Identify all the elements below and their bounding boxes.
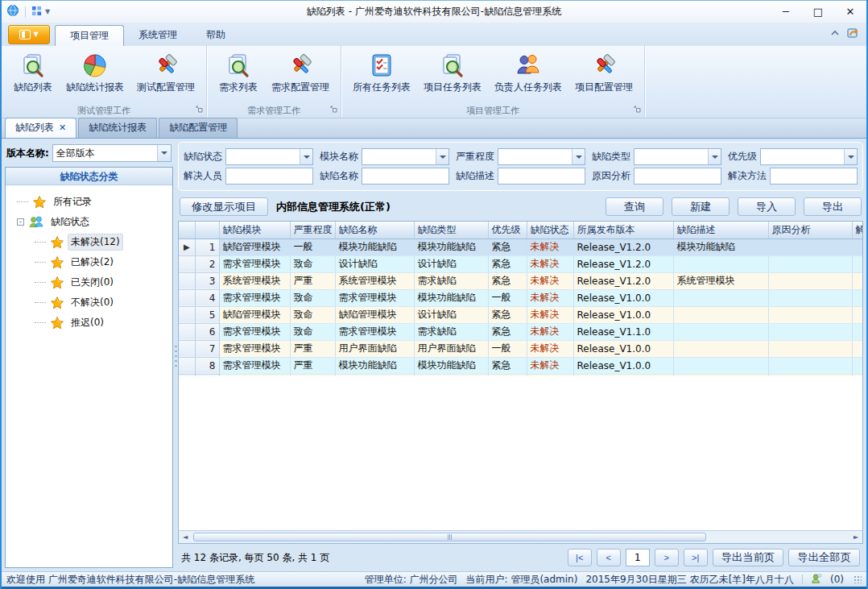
close-tab-icon[interactable]: ✕	[59, 122, 66, 133]
table-row[interactable]: 6需求管理模块致命需求管理模块需求缺陷紧急未解决Release_V1.1.0	[179, 323, 862, 340]
grid-cell[interactable]: 用户界面缺陷	[414, 340, 488, 357]
ribbon-button-pie-chart-0-1[interactable]: 缺陷统计报表	[60, 49, 130, 97]
grid-cell[interactable]: 设计缺陷	[335, 255, 414, 272]
page-number-input[interactable]	[626, 549, 650, 566]
grid-cell[interactable]: 模块功能缺陷	[414, 289, 488, 306]
grid-cell[interactable]: 严重	[290, 357, 335, 374]
grid-cell[interactable]	[852, 306, 862, 323]
ribbon-button-tools-1-1[interactable]: 需求配置管理	[265, 49, 336, 97]
ribbon-tab-0[interactable]: 项目管理	[55, 25, 124, 46]
grid-cell[interactable]: 设计缺陷	[414, 255, 488, 272]
grid-cell[interactable]: 用户界面缺陷	[335, 340, 414, 357]
grid-cell[interactable]: Release_V1.2.0	[573, 272, 673, 289]
grid-cell[interactable]: 需求缺陷	[414, 272, 488, 289]
import-button[interactable]: 导入	[738, 197, 796, 216]
grid-cell[interactable]	[852, 272, 862, 289]
table-row[interactable]: 8需求管理模块严重模块功能缺陷模块功能缺陷紧急未解决Release_V1.0.0	[179, 357, 862, 374]
grid-cell[interactable]: 模块功能缺陷	[335, 239, 414, 255]
filter-text-input[interactable]	[362, 149, 436, 164]
scroll-left-icon[interactable]: ◄	[179, 531, 192, 543]
grid-column-header-5[interactable]: 缺陷状态	[527, 222, 573, 239]
grid-cell[interactable]	[768, 239, 852, 255]
grid-cell[interactable]: Release_V1.1.0	[573, 323, 673, 340]
version-select-arrow[interactable]	[157, 145, 171, 161]
filter-text-input[interactable]	[771, 168, 857, 184]
grid-cell[interactable]: 未解决	[527, 323, 573, 340]
grid-cell[interactable]: Release_V1.0.0	[573, 289, 673, 306]
maximize-button[interactable]: □	[802, 1, 834, 23]
grid-cell[interactable]: 缺陷管理模块	[219, 239, 290, 255]
grid-cell[interactable]: 缺陷管理模块	[335, 306, 414, 323]
grid-cell[interactable]: 需求管理模块	[335, 289, 414, 306]
grid-cell[interactable]	[673, 289, 768, 306]
splitter-handle[interactable]	[175, 344, 177, 367]
ribbon-button-search-doc-0-0[interactable]: 缺陷列表	[6, 49, 60, 97]
grid-cell[interactable]: Release_V1.0.0	[573, 357, 673, 374]
filter-combo[interactable]	[498, 148, 585, 165]
ribbon-button-tools-2-3[interactable]: 项目配置管理	[568, 49, 639, 97]
tree-expander-icon[interactable]: -	[17, 218, 24, 226]
grid-cell[interactable]	[673, 255, 768, 272]
tree-item-6[interactable]: 推迟(0)	[35, 313, 169, 333]
grid-cell[interactable]	[852, 289, 862, 306]
ribbon-collapse-icon[interactable]	[830, 28, 840, 40]
grid-column-header-4[interactable]: 优先级	[488, 222, 527, 239]
filter-text-input[interactable]	[362, 168, 448, 184]
prev-page-button[interactable]: <	[597, 549, 621, 566]
table-row[interactable]: 3系统管理模块严重系统管理模块需求缺陷紧急未解决Release_V1.2.0系统…	[179, 272, 862, 289]
grid-column-header-0[interactable]: 缺陷模块	[219, 222, 290, 239]
table-row[interactable]: 5缺陷管理模块致命缺陷管理模块设计缺陷紧急未解决Release_V1.0.0	[179, 306, 862, 323]
grid-column-header-3[interactable]: 缺陷类型	[414, 222, 488, 239]
ribbon-tab-2[interactable]: 帮助	[192, 25, 240, 46]
ribbon-tab-1[interactable]: 系统管理	[124, 25, 192, 46]
grid-column-header-2[interactable]: 缺陷名称	[335, 222, 414, 239]
grid-cell[interactable]: 未解决	[527, 255, 573, 272]
grid-cell[interactable]: 需求管理模块	[219, 340, 290, 357]
grid-cell[interactable]: 未解决	[527, 239, 573, 255]
version-select[interactable]: 全部版本	[52, 144, 172, 162]
tree-item-0[interactable]: 所有记录	[17, 192, 169, 212]
document-tab-0[interactable]: 缺陷列表✕	[5, 118, 76, 138]
grid-cell[interactable]: 设计缺陷	[414, 306, 488, 323]
grid-cell[interactable]: 严重	[290, 340, 335, 357]
minimize-button[interactable]: ─	[770, 1, 802, 23]
grid-cell[interactable]: 需求管理模块	[219, 289, 290, 306]
grid-cell[interactable]	[673, 340, 768, 357]
document-tab-2[interactable]: 缺陷配置管理	[159, 118, 238, 138]
grid-cell[interactable]: 紧急	[488, 357, 527, 374]
filter-combo[interactable]	[634, 148, 721, 165]
horizontal-scrollbar[interactable]: ◄ ►	[179, 530, 862, 543]
grid-cell[interactable]: 需求管理模块	[219, 323, 290, 340]
quick-access-layout-icon[interactable]	[31, 6, 42, 19]
grid-cell[interactable]: 模块功能缺陷	[414, 239, 488, 255]
grid-cell[interactable]: 系统管理模块	[673, 272, 768, 289]
filter-input[interactable]	[498, 168, 585, 185]
grid-cell[interactable]	[768, 255, 852, 272]
filter-input[interactable]	[225, 168, 313, 185]
tree-item-1[interactable]: -缺陷状态	[17, 212, 169, 232]
filter-combo[interactable]	[225, 148, 313, 165]
grid-cell[interactable]	[852, 340, 862, 357]
grid-cell[interactable]: 致命	[290, 289, 335, 306]
grid-cell[interactable]: 系统管理模块	[219, 272, 290, 289]
filter-text-input[interactable]	[634, 168, 721, 184]
table-row[interactable]: 4需求管理模块致命需求管理模块模块功能缺陷一般未解决Release_V1.0.0	[179, 289, 862, 306]
grid-cell[interactable]	[852, 357, 862, 374]
grid-cell[interactable]: 一般	[290, 239, 335, 255]
export-current-page-button[interactable]: 导出当前页	[713, 549, 784, 566]
grid-cell[interactable]: 未解决	[527, 272, 573, 289]
grid-cell[interactable]: Release_V1.2.0	[573, 239, 673, 255]
grid-cell[interactable]	[768, 340, 852, 357]
filter-text-input[interactable]	[761, 149, 844, 164]
modify-display-items-button[interactable]: 修改显示项目	[180, 197, 268, 216]
grid-cell[interactable]: 致命	[290, 323, 335, 340]
export-all-pages-button[interactable]: 导出全部页	[788, 549, 860, 566]
filter-text-input[interactable]	[634, 149, 708, 164]
close-button[interactable]: ✕	[834, 1, 866, 23]
tree-item-4[interactable]: 已关闭(0)	[35, 272, 169, 292]
grid-cell[interactable]: Release_V1.2.0	[573, 255, 673, 272]
grid-cell[interactable]: 需求管理模块	[219, 255, 290, 272]
first-page-button[interactable]: |<	[568, 549, 592, 566]
grid-column-header-7[interactable]: 缺陷描述	[673, 222, 768, 239]
document-tab-1[interactable]: 缺陷统计报表	[78, 118, 157, 138]
